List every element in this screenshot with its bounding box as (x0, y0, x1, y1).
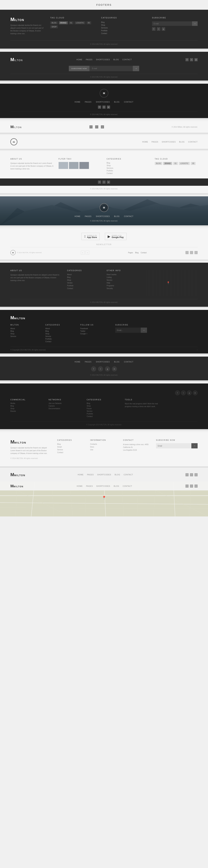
nav-pages[interactable]: PAGES (86, 59, 93, 61)
nav-pages[interactable]: PAGES (87, 474, 94, 476)
nav-blog[interactable]: BLOG (179, 141, 185, 143)
link-blog[interactable]: Blog (135, 252, 138, 254)
cat-blog[interactable]: Blog (107, 162, 149, 164)
nav-shortcodes[interactable]: SHORTCODES (96, 485, 110, 487)
tag-01[interactable]: 01 (69, 21, 73, 24)
link-portfolio[interactable]: Portfolio (87, 413, 121, 415)
tag-brand[interactable]: BRAND (163, 162, 172, 165)
nav-shortcodes[interactable]: SHORTCODES (96, 59, 110, 61)
social-facebook[interactable]: f (185, 485, 188, 488)
page-next[interactable]: → (85, 251, 89, 254)
link-service[interactable]: Service (45, 335, 77, 337)
social-google[interactable]: p (195, 58, 198, 61)
social-pinterest[interactable]: p (101, 125, 104, 128)
link-media[interactable]: Media (10, 402, 45, 404)
social-facebook[interactable]: f (175, 391, 180, 395)
link-contact[interactable]: Contact (87, 415, 121, 417)
nav-pages[interactable]: PAGES (152, 141, 159, 143)
social-google[interactable]: g (187, 391, 192, 395)
footer13-email-input[interactable] (156, 443, 192, 448)
tag-05[interactable]: 05 (86, 21, 91, 24)
social-twitter[interactable]: t (102, 181, 106, 184)
cat-contact[interactable]: Contact (101, 32, 147, 34)
footer13-subscribe-btn[interactable]: → (192, 443, 198, 448)
social-twitter[interactable]: t (181, 391, 186, 395)
social-pinterest[interactable]: p (107, 105, 110, 109)
cat-shop[interactable]: Shop (67, 279, 101, 281)
nav-home[interactable]: HOME (142, 141, 148, 143)
link-shop[interactable]: Shop (45, 333, 77, 335)
cat-portfolio[interactable]: Portfolio (67, 285, 101, 287)
link-programs[interactable]: Programs (107, 285, 141, 287)
footer1-social-facebook[interactable]: f (152, 27, 155, 31)
link-security[interactable]: Security (107, 287, 141, 289)
social-twitter[interactable]: t (95, 125, 98, 128)
link-blog[interactable]: Blog (10, 330, 42, 332)
link-pages[interactable]: Pages (128, 252, 133, 254)
social-pinterest[interactable]: p (195, 485, 198, 488)
nav-blog[interactable]: BLOG (114, 485, 119, 487)
link-contact[interactable]: Contact (141, 252, 146, 254)
link-help[interactable]: Help (107, 282, 141, 284)
link-forum[interactable]: Forum (87, 408, 121, 409)
footer10-top-link[interactable]: ↑ (197, 349, 198, 351)
footer1-subscribe-btn[interactable]: → (192, 21, 198, 26)
link-contact[interactable]: Contact (45, 341, 77, 342)
footer2-go-btn[interactable]: → (133, 66, 139, 71)
cat-about[interactable]: About (67, 274, 101, 276)
link-careers[interactable]: Careers (48, 405, 83, 407)
nav-blog[interactable]: BLOG (114, 474, 120, 476)
cat-portfolio[interactable]: Portfolio (101, 30, 147, 32)
link-facebook[interactable]: Facebook (80, 328, 112, 330)
nav-contact[interactable]: CONTACT (123, 59, 132, 61)
nav-blog[interactable]: BLOG (113, 59, 119, 61)
nav-blog[interactable]: BLOG (114, 215, 119, 217)
social-facebook[interactable]: f (90, 125, 93, 128)
social-facebook[interactable]: f (98, 181, 101, 184)
link-blog[interactable]: Blog (87, 402, 121, 404)
social-pinterest[interactable]: p (195, 473, 198, 476)
nav-home[interactable]: HOME (77, 485, 83, 487)
nav-home[interactable]: HOME (78, 474, 83, 476)
link-about[interactable]: About (10, 328, 42, 330)
nav-pages[interactable]: PAGES (85, 215, 92, 217)
nav-home[interactable]: HOME (74, 361, 80, 363)
page-prev[interactable]: ← (81, 251, 84, 254)
cat-services[interactable]: Services (107, 167, 149, 169)
social-twitter[interactable]: t (102, 105, 106, 109)
link-network[interactable]: Join our Network (48, 402, 83, 404)
link-use[interactable]: Use (90, 449, 118, 451)
nav-contact[interactable]: CONTACT (124, 361, 134, 363)
app-store-badge[interactable]:  Available on the App Store (81, 233, 100, 240)
social-twitter[interactable]: t (190, 473, 193, 476)
link-about[interactable]: About (45, 328, 77, 330)
social-facebook[interactable]: f (185, 58, 188, 61)
link-contacts[interactable]: Contacts (90, 443, 118, 445)
link-docs[interactable]: Documentation (48, 408, 83, 409)
tag-logistic[interactable]: LOGISTIC (74, 21, 85, 24)
footer10-email-input[interactable] (115, 328, 141, 333)
link-twitter[interactable]: Twitter (80, 330, 112, 332)
tag-05[interactable]: 05 (191, 162, 196, 165)
tag-shop[interactable]: SHOP (50, 25, 58, 28)
social-twitter[interactable]: t (190, 251, 193, 254)
social-google[interactable]: g (105, 366, 110, 372)
footer1-social-twitter[interactable]: t (157, 27, 160, 31)
footer2-subscribe-btn[interactable]: SUBSCRIBE NOW (69, 66, 90, 71)
social-pinterest[interactable]: p (107, 181, 110, 184)
social-twitter[interactable]: t (98, 366, 103, 372)
tag-blog[interactable]: BLOG (155, 162, 163, 165)
nav-home[interactable]: HOME (76, 59, 82, 61)
nav-pages[interactable]: PAGES (85, 361, 92, 363)
cat-portfolio[interactable]: Portfolio (107, 170, 149, 172)
link-service[interactable]: Service (87, 410, 121, 412)
cat-contact[interactable]: Contact (107, 173, 149, 174)
link-shop[interactable]: Shop (10, 408, 45, 409)
nav-home[interactable]: HOME (74, 215, 80, 217)
tag-blog[interactable]: BLOG (50, 21, 58, 24)
cat-contact[interactable]: Contact (57, 452, 85, 454)
social-linkedin[interactable]: in (193, 391, 198, 395)
link-how[interactable]: How it works (107, 274, 141, 276)
cat-blog[interactable]: Blog (101, 21, 147, 23)
social-facebook[interactable]: f (185, 473, 188, 476)
